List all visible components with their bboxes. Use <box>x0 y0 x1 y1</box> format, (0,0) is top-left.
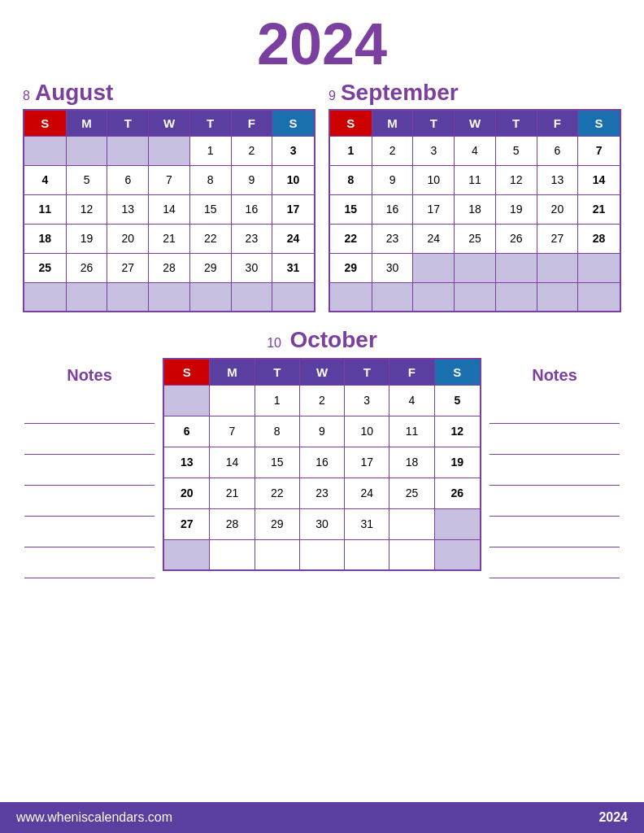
sep-th-mon: M <box>372 110 413 136</box>
september-number: 9 <box>329 89 336 103</box>
table-row: 1 2 3 4 5 6 7 <box>329 136 620 165</box>
august-block: 8 August S M T W T F S <box>23 80 315 312</box>
sep-th-fri: F <box>537 110 578 136</box>
note-line <box>24 455 154 486</box>
october-calendar: S M T W T F S 1 2 3 <box>163 358 481 571</box>
october-section: 10 October Notes S M T <box>0 327 644 578</box>
sep-th-wed: W <box>455 110 496 136</box>
table-row: 11 12 13 14 15 16 17 <box>24 194 315 224</box>
notes-right: Notes <box>481 358 628 578</box>
note-line <box>490 486 620 517</box>
august-calendar: S M T W T F S 1 2 3 <box>23 109 315 312</box>
table-row: 27 28 29 30 31 <box>163 508 481 539</box>
sep-th-tue: T <box>413 110 455 136</box>
top-months: 8 August S M T W T F S <box>0 73 644 312</box>
note-line <box>24 517 154 547</box>
aug-th-wed: W <box>149 110 190 136</box>
table-row <box>163 539 481 570</box>
aug-th-mon: M <box>66 110 107 136</box>
oct-th-sat: S <box>434 359 481 385</box>
notes-left-label: Notes <box>16 358 163 390</box>
notes-left: Notes <box>16 358 163 578</box>
october-name: October <box>289 327 376 352</box>
october-header: 10 October <box>16 327 628 353</box>
aug-th-tue: T <box>107 110 149 136</box>
table-row <box>329 282 620 312</box>
table-row <box>24 282 315 312</box>
aug-th-sun: S <box>24 110 66 136</box>
oct-th-thu: T <box>345 359 389 385</box>
table-row: 22 23 24 25 26 27 28 <box>329 224 620 253</box>
notes-left-lines <box>16 390 163 578</box>
table-row: 4 5 6 7 8 9 10 <box>24 165 315 194</box>
aug-th-sat: S <box>272 110 315 136</box>
table-row: 20 21 22 23 24 25 26 <box>163 478 481 508</box>
sep-th-thu: T <box>495 110 537 136</box>
aug-th-thu: T <box>189 110 231 136</box>
table-row: 29 30 <box>329 253 620 282</box>
october-layout: Notes S M T W T F <box>16 358 628 578</box>
table-row: 18 19 20 21 22 23 24 <box>24 224 315 253</box>
september-name: September <box>341 80 459 106</box>
note-line <box>24 486 154 517</box>
september-calendar: S M T W T F S 1 2 3 4 5 6 7 <box>329 109 621 312</box>
notes-right-label: Notes <box>481 358 628 390</box>
aug-th-fri: F <box>231 110 272 136</box>
oct-th-tue: T <box>255 359 299 385</box>
note-line <box>490 393 620 424</box>
oct-th-fri: F <box>389 359 434 385</box>
note-line <box>490 517 620 547</box>
october-number: 10 <box>267 336 281 350</box>
note-line <box>24 393 154 424</box>
table-row: 8 9 10 11 12 13 14 <box>329 165 620 194</box>
footer: www.wheniscalendars.com 2024 <box>0 802 644 833</box>
year-title: 2024 <box>0 0 644 73</box>
note-line <box>24 424 154 455</box>
september-header: 9 September <box>329 80 621 106</box>
august-number: 8 <box>23 89 30 103</box>
footer-year: 2024 <box>598 810 628 825</box>
table-row: 25 26 27 28 29 30 31 <box>24 253 315 282</box>
footer-url: www.wheniscalendars.com <box>16 810 172 825</box>
oct-th-mon: M <box>210 359 255 385</box>
sep-th-sat: S <box>578 110 620 136</box>
table-row: 1 2 3 <box>24 136 315 165</box>
table-row: 13 14 15 16 17 18 19 <box>163 447 481 478</box>
table-row: 1 2 3 4 5 <box>163 385 481 416</box>
note-line <box>490 455 620 486</box>
october-calendar-wrapper: S M T W T F S 1 2 3 <box>163 358 481 571</box>
sep-th-sun: S <box>329 110 372 136</box>
note-line <box>490 424 620 455</box>
august-name: August <box>35 80 113 106</box>
notes-right-lines <box>481 390 628 578</box>
table-row: 6 7 8 9 10 11 12 <box>163 416 481 447</box>
oct-th-sun: S <box>163 359 210 385</box>
note-line <box>490 547 620 578</box>
note-line <box>24 547 154 578</box>
august-header: 8 August <box>23 80 315 106</box>
oct-th-wed: W <box>299 359 344 385</box>
table-row: 15 16 17 18 19 20 21 <box>329 194 620 224</box>
september-block: 9 September S M T W T F S 1 2 3 <box>329 80 621 312</box>
